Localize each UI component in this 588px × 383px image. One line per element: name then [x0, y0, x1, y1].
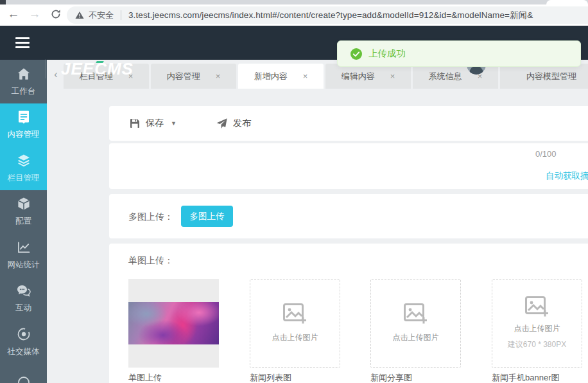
tab-edit-content[interactable]: 编辑内容 ×: [325, 64, 411, 89]
image-plus-icon: [404, 303, 428, 325]
jeecms-app-window: ← → 不安全 3.test.jeecms.com/jeecms/index.h…: [0, 0, 588, 383]
tab-content-mgmt[interactable]: 内容管理 ×: [151, 64, 236, 89]
upload-placeholder-text: 点击上传图片: [393, 332, 439, 343]
upload-card-single[interactable]: [128, 279, 219, 368]
tab-label: 新增内容: [254, 71, 288, 82]
tabs-row: 栏目管理 × 内容管理 × 新增内容 × 编辑内容 × 系统信息 × 内容模型管…: [64, 64, 588, 89]
image-plus-icon: [283, 303, 307, 325]
tab-label: 系统信息: [429, 71, 462, 82]
single-upload-label: 单图上传：: [128, 255, 173, 267]
sidebar-item-label: 社交媒体: [8, 346, 40, 357]
sidebar-item-workbench[interactable]: 工作台: [0, 60, 47, 103]
publish-button[interactable]: 发布: [216, 118, 251, 129]
tab-content-model-mgmt[interactable]: 内容模型管理: [500, 64, 588, 89]
social-icon: [16, 326, 31, 342]
browser-tab-remnant: [0, 0, 6, 4]
home-icon: [16, 66, 31, 82]
url-text: 3.test.jeecms.com/jeecms/index.html#/con…: [128, 10, 533, 21]
toast-message: 上传成功: [368, 48, 406, 60]
title-char-counter: 0/100: [535, 149, 557, 159]
upload-placeholder-text: 点击上传图片: [514, 323, 560, 334]
sidebar-item-label: 工作台: [12, 86, 36, 97]
publish-label: 发布: [233, 118, 251, 129]
browser-back-button[interactable]: ←: [5, 6, 22, 22]
toast-success: 上传成功: [337, 40, 581, 67]
chat-icon: [16, 283, 31, 298]
browser-active-tab: [546, 0, 588, 4]
save-icon: [130, 118, 140, 129]
multi-upload-button[interactable]: 多图上传: [181, 206, 233, 227]
tab-label: 内容模型管理: [526, 71, 576, 82]
close-icon[interactable]: ×: [216, 71, 221, 81]
sidebar-nav: 工作台 内容管理 栏目管理 配置: [0, 60, 47, 383]
card-label-news-list: 新闻列表图: [250, 372, 291, 383]
check-circle-icon: [350, 48, 362, 60]
refresh-icon: [51, 9, 61, 19]
card-label-single: 单图上传: [128, 372, 162, 383]
layers-icon: [16, 153, 31, 168]
cube-icon: [16, 196, 31, 211]
chevron-down-icon[interactable]: ▼: [171, 120, 177, 127]
tab-label: 编辑内容: [342, 71, 375, 82]
close-icon[interactable]: ×: [390, 71, 395, 81]
save-label: 保存: [146, 118, 164, 129]
upload-card-news-list[interactable]: 点击上传图片: [250, 279, 340, 368]
sidebar-item-config[interactable]: 配置: [0, 190, 47, 234]
save-button[interactable]: 保存 ▼: [130, 118, 177, 129]
sidebar-item-interact[interactable]: 互动: [0, 277, 47, 321]
image-plus-icon: [525, 296, 549, 318]
circle-icon: [16, 375, 31, 383]
single-upload-panel: 单图上传： 点击上传图片: [109, 244, 588, 383]
title-summary-panel[interactable]: 0/100 自动获取摘要: [109, 143, 588, 189]
content-icon: [16, 109, 31, 125]
chart-icon: [16, 240, 31, 255]
address-bar[interactable]: 不安全 3.test.jeecms.com/jeecms/index.html#…: [67, 6, 588, 24]
card-label-mobile-banner: 新闻手机banner图: [492, 372, 559, 383]
address-divider: [121, 10, 121, 20]
sidebar-item-label: 栏目管理: [8, 173, 40, 184]
security-label: 不安全: [89, 10, 114, 21]
browser-forward-button[interactable]: →: [26, 6, 43, 22]
uploaded-image-thumbnail[interactable]: [128, 302, 219, 344]
sidebar-item-channel[interactable]: 栏目管理: [0, 147, 47, 190]
sidebar-item-label: 配置: [15, 216, 31, 227]
auto-summary-link[interactable]: 自动获取摘要: [546, 170, 588, 182]
sidebar-item-stats[interactable]: 网站统计: [0, 233, 47, 277]
close-icon[interactable]: ×: [303, 71, 308, 81]
sidebar-item-more[interactable]: [0, 364, 47, 383]
header-divider: [45, 59, 46, 78]
sidebar-item-label: 互动: [15, 303, 31, 314]
menu-toggle-button[interactable]: [15, 37, 30, 48]
sidebar-item-social[interactable]: 社交媒体: [0, 320, 47, 364]
tab-label: 内容管理: [167, 71, 200, 82]
multi-upload-label: 多图上传：: [128, 211, 173, 223]
upload-size-hint: 建议670 * 380PX: [508, 339, 566, 350]
browser-refresh-button[interactable]: [48, 6, 64, 22]
sidebar-item-label: 网站统计: [8, 260, 40, 271]
browser-tabstrip: [0, 0, 588, 4]
main-content: 保存 ▼ 发布 0/100 自动获取摘要 多图上传： 多图上传 单图上传：: [47, 89, 588, 383]
upload-card-news-share[interactable]: 点击上传图片: [370, 279, 461, 368]
action-toolbar: 保存 ▼ 发布: [109, 106, 588, 141]
logo-accent: [96, 61, 104, 63]
sidebar-item-label: 内容管理: [8, 129, 40, 140]
upload-placeholder-text: 点击上传图片: [272, 332, 318, 343]
upload-card-mobile-banner[interactable]: 点击上传图片 建议670 * 380PX: [492, 279, 582, 368]
sidebar-item-content[interactable]: 内容管理: [0, 103, 47, 147]
tab-scroll-left-icon[interactable]: ‹: [51, 68, 61, 81]
browser-toolbar: ← → 不安全 3.test.jeecms.com/jeecms/index.h…: [0, 0, 588, 26]
paper-plane-icon: [216, 118, 227, 129]
card-label-news-share: 新闻分享图: [370, 372, 412, 383]
tab-new-content[interactable]: 新增内容 ×: [238, 64, 324, 89]
multi-upload-panel: 多图上传： 多图上传: [109, 194, 588, 238]
not-secure-warning-icon: [75, 11, 84, 19]
